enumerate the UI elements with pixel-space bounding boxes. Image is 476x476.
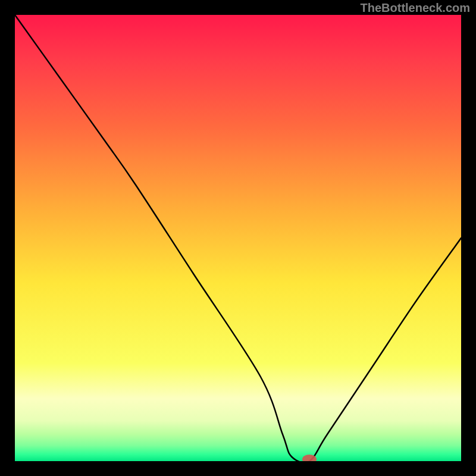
gradient-background [15,15,461,461]
chart-container: TheBottleneck.com [0,0,476,476]
plot-area [15,15,461,461]
watermark-text: TheBottleneck.com [361,1,470,15]
chart-svg [15,15,461,461]
